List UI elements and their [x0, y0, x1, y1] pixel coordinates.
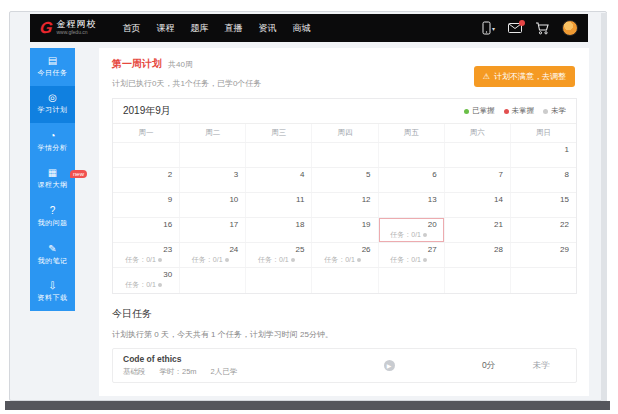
calendar-cell-day-23[interactable]: 23任务：0/1	[113, 243, 179, 267]
nav-item-1[interactable]: 课程	[156, 22, 174, 35]
nav-item-3[interactable]: 直播	[224, 22, 242, 35]
nav-item-5[interactable]: 商城	[292, 22, 310, 35]
calendar-cell-day-2[interactable]: 2	[113, 168, 179, 192]
day-number: 8	[513, 170, 569, 180]
brand-logo[interactable]: G 金程网校 www.gfedu.cn	[40, 20, 96, 36]
download-icon: ⇩	[48, 281, 56, 291]
messages-icon[interactable]	[508, 23, 522, 33]
nav-item-0[interactable]: 首页	[122, 22, 140, 35]
calendar-cell-day-18[interactable]: 18	[245, 218, 311, 242]
calendar-cell-day-6[interactable]: 6	[378, 168, 444, 192]
calendar-cell-day-4[interactable]: 4	[245, 168, 311, 192]
calendar-week-4: 23任务：0/124任务：0/125任务：0/126任务：0/127任务：0/1…	[113, 243, 576, 268]
day-task-count: 任务：0/1	[381, 230, 437, 239]
calendar-cell-day-21[interactable]: 21	[444, 218, 510, 242]
day-task-text: 任务：0/1	[125, 255, 156, 264]
legend-dot-icon	[504, 109, 509, 114]
sidebar-item-2[interactable]: ◔学情分析	[30, 123, 75, 161]
calendar-cell-day-12[interactable]: 12	[311, 193, 377, 217]
status-dot-icon	[158, 258, 162, 262]
nav-item-4[interactable]: 资讯	[258, 22, 276, 35]
calendar-cell-day-19[interactable]: 19	[311, 218, 377, 242]
bottom-edge-bar	[5, 401, 610, 410]
day-number: 14	[447, 195, 503, 205]
calendar-cell-day-14[interactable]: 14	[444, 193, 510, 217]
day-number: 23	[115, 245, 172, 255]
sidebar-item-6[interactable]: ⇩资料下载	[30, 273, 75, 311]
calendar-cell-day-25[interactable]: 25任务：0/1	[245, 243, 311, 267]
calendar-cell-day-22[interactable]: 22	[510, 218, 576, 242]
day-number: 6	[381, 170, 437, 180]
sidebar-item-3[interactable]: ▦课程大纲new	[30, 161, 75, 199]
status-dot-icon	[357, 258, 361, 262]
legend-dot-icon	[464, 109, 469, 114]
calendar-cell-empty	[311, 268, 377, 293]
calendar-month-label: 2019年9月	[123, 104, 171, 118]
calendar-cell-day-10[interactable]: 10	[179, 193, 245, 217]
calendar-cell-day-15[interactable]: 15	[510, 193, 576, 217]
day-task-count: 任务：0/1	[381, 255, 437, 264]
calendar-cell-day-1[interactable]: 1	[510, 143, 576, 167]
task-duration: 学时：25m	[160, 367, 197, 377]
adjust-plan-label: 计划不满意，去调整	[494, 71, 566, 82]
status-dot-icon	[291, 258, 295, 262]
adjust-plan-button[interactable]: ⚠ 计划不满意，去调整	[474, 66, 575, 87]
user-avatar[interactable]	[562, 20, 578, 36]
calendar-cell-day-29[interactable]: 29	[510, 243, 576, 267]
weekday-label-4: 周五	[378, 124, 444, 142]
calendar-cell-day-24[interactable]: 24任务：0/1	[179, 243, 245, 267]
calendar-cell-day-7[interactable]: 7	[444, 168, 510, 192]
sidebar-item-label: 资料下载	[38, 293, 68, 303]
question-icon: ?	[50, 206, 56, 216]
calendar-cell-day-26[interactable]: 26任务：0/1	[311, 243, 377, 267]
sidebar-item-1[interactable]: ◎学习计划	[30, 86, 75, 124]
study-plan-icon: ◎	[48, 93, 57, 103]
calendar-cell-day-30[interactable]: 30任务：0/1	[113, 268, 179, 293]
mobile-app-icon[interactable]: ▾	[482, 21, 495, 35]
day-number: 25	[248, 245, 304, 255]
calendar-legend: 已掌握未掌握未学	[464, 106, 566, 116]
weekday-label-1: 周二	[179, 124, 245, 142]
legend-label: 已掌握	[472, 106, 495, 116]
calendar-cell-day-9[interactable]: 9	[113, 193, 179, 217]
sidebar-item-5[interactable]: ✎我的笔记	[30, 236, 75, 274]
sidebar-item-0[interactable]: ▤今日任务	[30, 48, 75, 86]
caret-down-icon: ▾	[492, 25, 495, 32]
task-row[interactable]: Code of ethics 基础段 学时：25m 2人已学 ▶ 0分 未学	[112, 348, 577, 383]
day-task-count: 任务：0/1	[115, 280, 172, 289]
sidebar-item-label: 学情分析	[38, 143, 68, 153]
day-number: 1	[513, 145, 569, 155]
calendar-cell-day-3[interactable]: 3	[179, 168, 245, 192]
cart-icon[interactable]	[535, 22, 549, 35]
calendar-cell-empty	[444, 143, 510, 167]
calendar-cell-day-11[interactable]: 11	[245, 193, 311, 217]
status-dot-icon	[225, 258, 229, 262]
play-icon[interactable]: ▶	[384, 360, 395, 371]
day-number: 15	[513, 195, 569, 205]
calendar-cell-day-8[interactable]: 8	[510, 168, 576, 192]
calendar-cell-day-27[interactable]: 27任务：0/1	[378, 243, 444, 267]
calendar-cell-day-28[interactable]: 28	[444, 243, 510, 267]
day-number: 5	[314, 170, 370, 180]
calendar-cell-day-13[interactable]: 13	[378, 193, 444, 217]
sidebar-item-4[interactable]: ?我的问题	[30, 198, 75, 236]
calendar-cell-day-20[interactable]: 20任务：0/1	[378, 218, 444, 242]
analysis-icon: ◔	[49, 131, 55, 141]
nav-item-2[interactable]: 题库	[190, 22, 208, 35]
left-sidebar: ▤今日任务◎学习计划◔学情分析▦课程大纲new?我的问题✎我的笔记⇩资料下载	[30, 48, 75, 311]
calendar-cell-empty	[245, 143, 311, 167]
task-status: 未学	[516, 360, 566, 372]
day-task-text: 任务：0/1	[125, 280, 156, 289]
day-number: 2	[115, 170, 172, 180]
legend-item-0: 已掌握	[464, 106, 495, 116]
day-task-count: 任务：0/1	[115, 255, 172, 264]
calendar-cell-day-16[interactable]: 16	[113, 218, 179, 242]
calendar-week-3: 1617181920任务：0/12122	[113, 218, 576, 243]
status-dot-icon	[158, 283, 162, 287]
status-dot-icon	[423, 258, 427, 262]
calendar-cell-day-5[interactable]: 5	[311, 168, 377, 192]
calendar-cell-day-17[interactable]: 17	[179, 218, 245, 242]
calendar-cell-empty	[179, 268, 245, 293]
plan-total-weeks: 共40周	[168, 59, 193, 70]
task-learners: 2人已学	[211, 367, 238, 377]
